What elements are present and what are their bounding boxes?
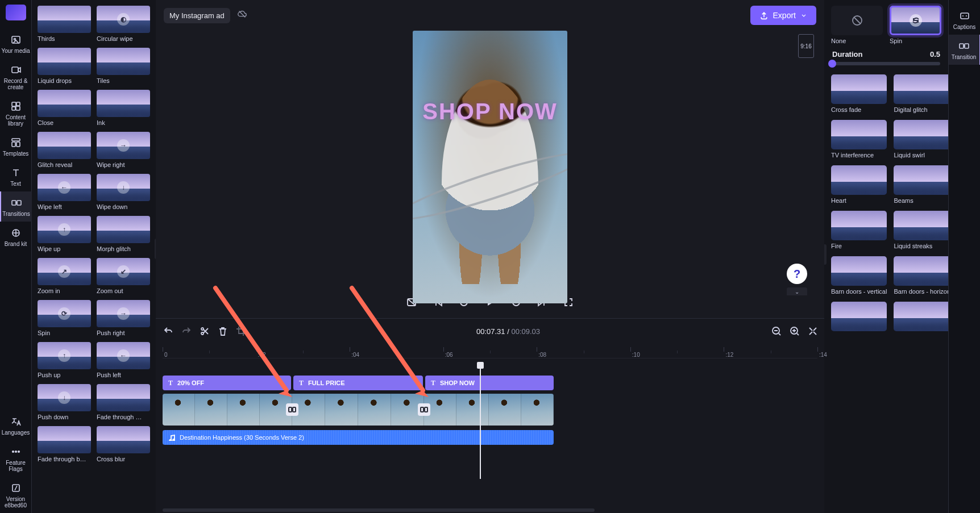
split-button[interactable] (199, 326, 209, 337)
transition-card[interactable]: ⟳ Spin (38, 300, 91, 336)
transition-card[interactable]: ↑ Push up (38, 342, 91, 378)
rail-templates[interactable]: Templates (0, 131, 32, 161)
transition-card[interactable]: ◐ Circular wipe (97, 6, 150, 42)
ruler-minor-tick (303, 351, 304, 353)
transition-card[interactable]: ← Wipe left (38, 174, 91, 210)
transition-option-card[interactable] (894, 302, 948, 331)
fit-timeline-button[interactable] (807, 326, 817, 337)
transition-card[interactable]: ↓ Push down (38, 384, 91, 420)
transition-none[interactable]: None (831, 6, 883, 44)
transition-thumb: ◐ (97, 6, 150, 33)
transition-option-card[interactable]: TV interference (831, 120, 887, 159)
ruler-minor-tick (771, 351, 771, 353)
rail-transitions[interactable]: Transitions (0, 191, 32, 222)
transition-handle-2[interactable] (418, 403, 430, 416)
time-current: 00:07.31 (476, 327, 505, 336)
rail-captions[interactable]: Captions (949, 5, 981, 35)
transition-option-card[interactable]: Liquid swirl (894, 120, 948, 159)
video-segment-2[interactable] (292, 394, 424, 426)
zoom-in-button[interactable] (789, 326, 799, 337)
redo-button[interactable] (181, 326, 191, 337)
transition-thumb (38, 132, 91, 159)
svg-rect-6 (16, 106, 20, 110)
transition-card[interactable]: Morph glitch (97, 216, 150, 252)
aspect-ratio-button[interactable]: 9:16 (798, 34, 814, 58)
rail-your-media[interactable]: Your media (0, 28, 32, 59)
transition-card-label: Cross blur (97, 456, 150, 462)
svg-rect-8 (12, 142, 15, 147)
transition-card[interactable]: ↗ Zoom in (38, 258, 91, 294)
transition-option-card[interactable]: Digital glitch (894, 74, 948, 113)
help-button[interactable]: ? (787, 264, 807, 284)
text-clip-1[interactable]: T 20% OFF (163, 376, 291, 390)
transition-option-label: Heart (831, 197, 887, 204)
crop-button[interactable] (235, 326, 246, 337)
video-segment-1[interactable] (163, 394, 292, 426)
video-segment-3[interactable] (424, 394, 554, 426)
transition-card[interactable]: ↑ Wipe up (38, 216, 91, 252)
transition-option-card[interactable]: Heart (831, 165, 887, 204)
transition-handle-1[interactable] (286, 403, 298, 416)
rail-version[interactable]: Version e8bed60 (0, 477, 32, 513)
transition-card-label: Fade through … (97, 414, 150, 420)
transition-card[interactable]: Thirds (38, 6, 91, 42)
playhead[interactable] (480, 365, 481, 479)
rail-brand-kit[interactable]: Brand kit (0, 222, 32, 252)
slider-knob[interactable] (828, 60, 836, 68)
video-track[interactable] (163, 394, 554, 426)
transition-card[interactable]: Close (38, 90, 91, 126)
rail-languages[interactable]: Languages (0, 410, 32, 440)
video-preview[interactable]: SHOP NOW (413, 31, 567, 303)
transition-option-card[interactable]: Beams (894, 165, 948, 204)
text-clip-3[interactable]: T SHOP NOW (425, 376, 554, 390)
delete-button[interactable] (217, 326, 227, 337)
svg-rect-11 (17, 201, 21, 205)
rail-text-label: Text (1, 181, 31, 187)
timeline-scrollbar[interactable] (163, 508, 595, 512)
zoom-out-button[interactable] (771, 326, 781, 337)
transition-card[interactable]: Tiles (97, 48, 150, 84)
transition-card[interactable]: → Push right (97, 300, 150, 336)
transition-option-card[interactable] (831, 302, 887, 331)
transition-card[interactable]: ↓ Wipe down (97, 174, 150, 210)
timeline: 00:07.31 / 00:09.03 0:02:04:06:08:10:12:… (156, 318, 824, 513)
transition-option-card[interactable]: Barn doors - horizontal (894, 256, 948, 295)
transition-option-card[interactable]: Liquid streaks (894, 211, 948, 249)
transition-card[interactable]: Fade through b… (38, 426, 91, 462)
undo-button[interactable] (163, 326, 173, 337)
transition-card[interactable]: ↙ Zoom out (97, 258, 150, 294)
audio-clip[interactable]: Destination Happiness (30 Seconds Verse … (163, 430, 554, 445)
rail-transition[interactable]: Transition (949, 35, 981, 65)
transition-card[interactable]: → Wipe right (97, 132, 150, 168)
transition-card-label: Push down (38, 414, 91, 420)
transition-card-label: Thirds (38, 35, 91, 42)
transition-card[interactable]: Cross blur (97, 426, 150, 462)
transition-spin[interactable]: Spin (890, 6, 941, 44)
transition-card[interactable]: Glitch reveal (38, 132, 91, 168)
transition-option-card[interactable]: Cross fade (831, 74, 887, 113)
transition-card[interactable]: Ink (97, 90, 150, 126)
duration-slider[interactable] (832, 62, 940, 65)
transition-card[interactable]: Fade through … (97, 384, 150, 420)
collapse-preview-button[interactable]: ⌄ (787, 287, 807, 295)
rail-feature-flags[interactable]: Feature Flags (0, 440, 32, 477)
rail-record-create[interactable]: Record & create (0, 59, 32, 95)
transition-card-label: Liquid drops (38, 77, 91, 84)
text-clip-2[interactable]: T FULL PRICE (293, 376, 423, 390)
ruler-tick: 0 (163, 344, 168, 358)
transition-card[interactable]: Liquid drops (38, 48, 91, 84)
rail-content-library[interactable]: Content library (0, 95, 32, 131)
transition-option-label: Beams (894, 197, 948, 204)
export-button[interactable]: Export (750, 6, 816, 25)
transition-option-card[interactable]: Barn doors - vertical (831, 256, 887, 295)
svg-rect-27 (293, 407, 296, 412)
rail-text[interactable]: Text (0, 161, 32, 191)
project-title[interactable]: My Instagram ad (164, 8, 230, 23)
sync-off-icon[interactable] (237, 9, 247, 22)
right-panel-collapse[interactable]: › (824, 244, 827, 265)
transition-card[interactable]: ← Push left (97, 342, 150, 378)
aspect-ratio-label: 9:16 (800, 43, 811, 49)
timeline-ruler[interactable]: 0:02:04:06:08:10:12:14 (163, 344, 817, 358)
transition-option-card[interactable]: Fire (831, 211, 887, 249)
svg-rect-21 (965, 44, 969, 48)
